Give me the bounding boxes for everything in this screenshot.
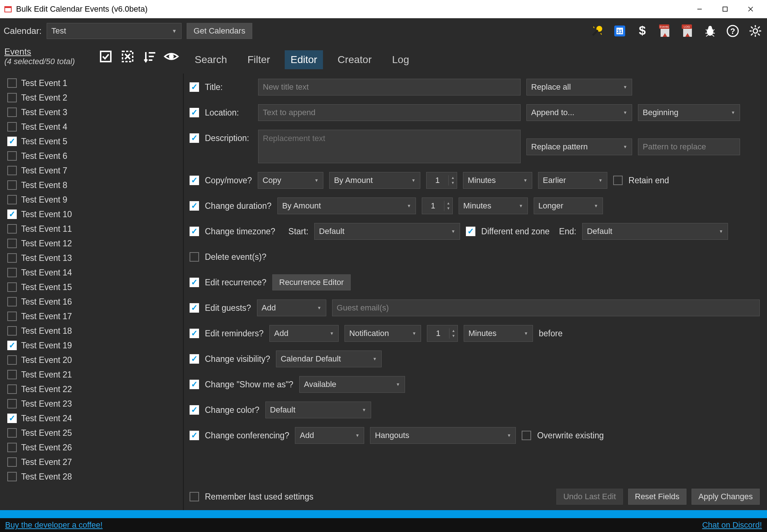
visibility-select[interactable]: Calendar Default▼: [276, 351, 382, 367]
visibility-checkbox[interactable]: [190, 354, 199, 364]
donate-icon[interactable]: $: [634, 23, 650, 39]
guests-checkbox[interactable]: [190, 303, 199, 313]
event-row[interactable]: Test Event 14: [7, 265, 183, 280]
title-mode-select[interactable]: Replace all▼: [526, 79, 632, 95]
location-input[interactable]: [258, 104, 521, 121]
copymove-amount-spinner[interactable]: ▲▼: [426, 172, 457, 189]
event-checkbox[interactable]: [7, 239, 17, 248]
spinner-up-icon[interactable]: ▲: [444, 201, 452, 206]
duration-dir-select[interactable]: Longer▼: [534, 197, 603, 214]
event-checkbox[interactable]: [7, 326, 17, 336]
event-checkbox[interactable]: [7, 355, 17, 365]
event-checkbox[interactable]: [7, 180, 17, 190]
tab-editor[interactable]: Editor: [285, 50, 323, 69]
event-checkbox[interactable]: [7, 282, 17, 292]
location-pos-select[interactable]: Beginning▼: [638, 104, 740, 121]
timezone-start-select[interactable]: Default▼: [314, 223, 460, 240]
event-checkbox[interactable]: [7, 384, 17, 394]
copymove-checkbox[interactable]: [190, 176, 199, 185]
discord-link[interactable]: Chat on Discord!: [702, 520, 762, 530]
event-row[interactable]: Test Event 9: [7, 192, 183, 207]
help-icon[interactable]: ?: [725, 23, 741, 39]
event-checkbox[interactable]: [7, 399, 17, 408]
event-checkbox[interactable]: [7, 166, 17, 175]
event-row[interactable]: Test Event 4: [7, 120, 183, 134]
reminders-unit-select[interactable]: Minutes▼: [464, 325, 533, 342]
wizard-icon[interactable]: [589, 23, 605, 39]
description-pattern-input[interactable]: [638, 138, 740, 155]
event-list[interactable]: Test Event 1Test Event 2Test Event 3Test…: [0, 74, 183, 510]
duration-unit-select[interactable]: Minutes▼: [459, 197, 528, 214]
event-checkbox[interactable]: [7, 268, 17, 277]
copymove-action-select[interactable]: Copy▼: [258, 172, 323, 189]
calendar-select[interactable]: Test ▼: [47, 23, 182, 39]
event-row[interactable]: Test Event 16: [7, 294, 183, 309]
google-calendar-icon[interactable]: 31: [612, 23, 628, 39]
event-row[interactable]: Test Event 3: [7, 105, 183, 120]
tab-search[interactable]: Search: [189, 50, 233, 69]
visibility-icon[interactable]: [163, 49, 179, 64]
event-checkbox[interactable]: [7, 107, 17, 117]
event-checkbox[interactable]: [7, 93, 17, 102]
events-link[interactable]: Events: [4, 47, 75, 57]
event-row[interactable]: Test Event 8: [7, 178, 183, 192]
showmeas-select[interactable]: Available▼: [299, 376, 405, 393]
event-checkbox[interactable]: [7, 137, 17, 146]
recurrence-editor-button[interactable]: Recurrence Editor: [272, 274, 351, 290]
event-row[interactable]: Test Event 17: [7, 309, 183, 324]
diff-end-zone-checkbox[interactable]: [466, 227, 475, 236]
tab-creator[interactable]: Creator: [332, 50, 377, 69]
minimize-button[interactable]: [687, 0, 712, 18]
coffee-link[interactable]: Buy the developer a coffee!: [5, 520, 102, 530]
event-checkbox[interactable]: [7, 253, 17, 263]
event-checkbox[interactable]: [7, 195, 17, 204]
event-checkbox[interactable]: [7, 341, 17, 350]
spinner-down-icon[interactable]: ▼: [449, 180, 457, 185]
conferencing-action-select[interactable]: Add▼: [295, 427, 364, 444]
event-row[interactable]: Test Event 23: [7, 396, 183, 411]
color-select[interactable]: Default▼: [265, 402, 371, 418]
settings-icon[interactable]: [747, 23, 763, 39]
event-checkbox[interactable]: [7, 210, 17, 219]
event-row[interactable]: Test Event 6: [7, 149, 183, 163]
event-row[interactable]: Test Event 18: [7, 324, 183, 338]
event-row[interactable]: Test Event 11: [7, 222, 183, 236]
reminders-type-select[interactable]: Notification▼: [344, 325, 421, 342]
guests-action-select[interactable]: Add▼: [257, 300, 326, 316]
location-mode-select[interactable]: Append to...▼: [526, 104, 632, 121]
sort-icon[interactable]: [141, 49, 157, 64]
reminders-action-select[interactable]: Add▼: [269, 325, 339, 342]
recurrence-checkbox[interactable]: [190, 278, 199, 287]
copymove-by-select[interactable]: By Amount▼: [329, 172, 420, 189]
showmeas-checkbox[interactable]: [190, 380, 199, 389]
event-row[interactable]: Test Event 20: [7, 353, 183, 367]
conferencing-checkbox[interactable]: [190, 431, 199, 440]
apply-button[interactable]: Apply Changes: [692, 489, 760, 505]
event-row[interactable]: Test Event 21: [7, 367, 183, 382]
event-row[interactable]: Test Event 27: [7, 455, 183, 469]
event-row[interactable]: Test Event 19: [7, 338, 183, 353]
event-checkbox[interactable]: [7, 428, 17, 438]
event-row[interactable]: Test Event 10: [7, 207, 183, 222]
event-checkbox[interactable]: [7, 297, 17, 306]
event-checkbox[interactable]: [7, 78, 17, 88]
event-row[interactable]: Test Event 7: [7, 163, 183, 178]
deselect-all-icon[interactable]: [120, 49, 136, 64]
event-row[interactable]: Test Event 26: [7, 440, 183, 455]
events-file-icon[interactable]: Events: [657, 23, 673, 39]
guests-input[interactable]: [332, 300, 760, 316]
event-row[interactable]: Test Event 25: [7, 426, 183, 440]
description-checkbox[interactable]: [190, 133, 199, 143]
event-row[interactable]: Test Event 1: [7, 76, 183, 90]
description-mode-select[interactable]: Replace pattern▼: [526, 138, 632, 155]
title-input[interactable]: [258, 79, 521, 95]
timezone-end-select[interactable]: Default▼: [582, 223, 728, 240]
remember-checkbox[interactable]: [190, 492, 199, 501]
event-checkbox[interactable]: [7, 472, 17, 481]
delete-checkbox[interactable]: [190, 252, 199, 262]
event-row[interactable]: Test Event 28: [7, 469, 183, 484]
overwrite-existing-checkbox[interactable]: [522, 431, 531, 440]
reminders-checkbox[interactable]: [190, 329, 199, 338]
tab-filter[interactable]: Filter: [242, 50, 276, 69]
location-checkbox[interactable]: [190, 108, 199, 117]
